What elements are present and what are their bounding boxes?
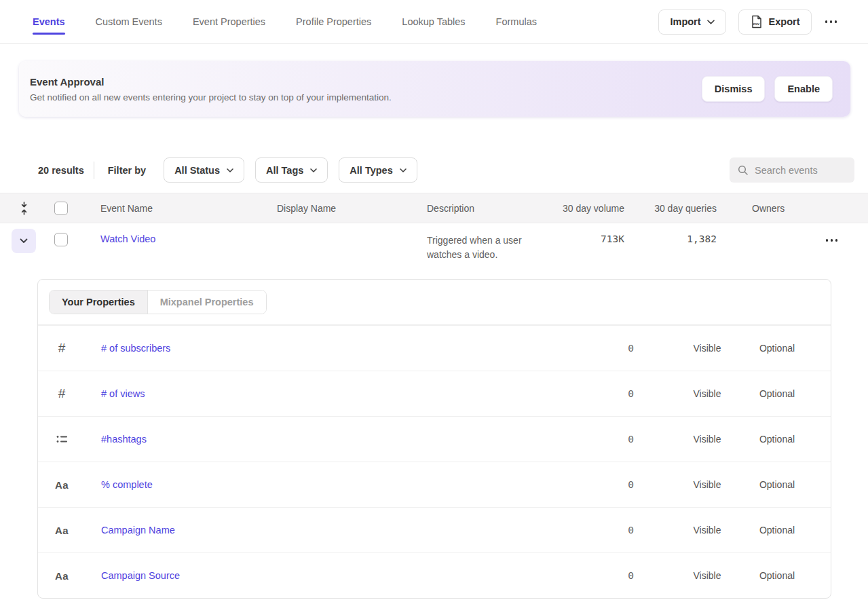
collapse-vertical-icon (19, 202, 29, 215)
column-header-volume: 30 day volume (540, 203, 628, 214)
property-name-link[interactable]: Campaign Name (101, 525, 175, 536)
property-requirement: Optional (741, 343, 813, 354)
tab-custom-events[interactable]: Custom Events (96, 0, 162, 43)
import-button[interactable]: Import (658, 10, 725, 35)
divider (94, 162, 94, 179)
event-description: Triggered when a user watches a video. (427, 233, 535, 262)
select-all-checkbox[interactable] (54, 202, 68, 215)
property-visibility: Visible (673, 525, 741, 536)
property-row: # # of subscribers 0 Visible Optional (38, 325, 831, 371)
types-filter-dropdown[interactable]: All Types (339, 157, 417, 183)
property-visibility: Visible (673, 343, 741, 354)
property-visibility: Visible (673, 388, 741, 399)
search-icon (738, 165, 749, 176)
property-row: #hashtags 0 Visible Optional (38, 416, 831, 462)
property-visibility: Visible (673, 479, 741, 490)
table-row: Watch Video Triggered when a user watche… (0, 223, 868, 279)
tags-filter-dropdown[interactable]: All Tags (255, 157, 328, 183)
chevron-down-icon (227, 168, 233, 172)
property-name-link[interactable]: Campaign Source (101, 570, 180, 581)
column-header-description: Description (411, 203, 540, 214)
property-requirement: Optional (741, 434, 813, 445)
tab-mixpanel-properties[interactable]: Mixpanel Properties (148, 290, 266, 314)
results-count: 20 results (38, 165, 84, 176)
event-owners (723, 223, 805, 233)
property-count: 0 (592, 525, 673, 536)
column-header-owners: Owners (723, 203, 805, 214)
filter-by-label: Filter by (108, 165, 146, 176)
event-volume: 713K (540, 223, 628, 244)
export-button[interactable]: csv Export (738, 10, 812, 35)
status-filter-dropdown[interactable]: All Status (164, 157, 244, 183)
property-visibility: Visible (673, 434, 741, 445)
text-icon: Aa (55, 570, 69, 582)
banner-description: Get notified on all new events entering … (30, 92, 392, 102)
property-requirement: Optional (741, 525, 813, 536)
property-count: 0 (592, 479, 673, 490)
enable-button[interactable]: Enable (774, 76, 833, 102)
property-name-link[interactable]: % complete (101, 479, 153, 490)
property-row: Aa % complete 0 Visible Optional (38, 462, 831, 507)
hash-icon: # (58, 386, 66, 401)
chevron-down-icon (20, 238, 28, 244)
property-name-link[interactable]: # of subscribers (101, 343, 170, 354)
hash-icon: # (58, 341, 66, 356)
property-requirement: Optional (741, 570, 813, 581)
tab-lookup-tables[interactable]: Lookup Tables (402, 0, 465, 43)
property-name-link[interactable]: # of views (101, 388, 145, 399)
ellipsis-icon (825, 20, 828, 23)
search-input[interactable] (755, 165, 848, 176)
nav-tabs: Events Custom Events Event Properties Pr… (33, 0, 537, 43)
column-header-queries: 30 day queries (628, 203, 723, 214)
property-row: Aa Campaign Name 0 Visible Optional (38, 507, 831, 552)
collapse-all-button[interactable] (0, 202, 48, 215)
text-icon: Aa (55, 479, 69, 491)
row-checkbox[interactable] (54, 233, 68, 246)
tab-your-properties[interactable]: Your Properties (50, 290, 148, 314)
export-button-label: Export (769, 16, 800, 27)
event-properties-panel: Your Properties Mixpanel Properties # # … (37, 279, 831, 599)
events-table-header: Event Name Display Name Description 30 d… (0, 193, 868, 223)
property-row: # # of views 0 Visible Optional (38, 371, 831, 416)
row-expand-button[interactable] (12, 229, 36, 253)
dismiss-button[interactable]: Dismiss (702, 76, 766, 102)
event-approval-banner: Event Approval Get notified on all new e… (19, 61, 850, 117)
property-count: 0 (592, 570, 673, 581)
property-count: 0 (592, 434, 673, 445)
chevron-down-icon (707, 20, 715, 24)
chevron-down-icon (400, 168, 407, 172)
property-visibility: Visible (673, 570, 741, 581)
svg-text:csv: csv (753, 22, 760, 26)
chevron-down-icon (310, 168, 317, 172)
column-header-event-name: Event Name (75, 203, 261, 214)
property-row: Aa Campaign Source 0 Visible Optional (38, 552, 831, 598)
search-box (730, 157, 854, 183)
property-name-link[interactable]: #hashtags (101, 434, 147, 445)
nav-more-actions-button[interactable] (824, 16, 839, 27)
event-queries: 1,382 (628, 223, 723, 244)
import-button-label: Import (670, 16, 700, 27)
properties-tabbar: Your Properties Mixpanel Properties (38, 280, 831, 325)
banner-text: Event Approval Get notified on all new e… (30, 76, 392, 102)
ellipsis-icon (826, 239, 829, 242)
csv-file-icon: csv (750, 15, 763, 29)
text-icon: Aa (55, 525, 69, 536)
event-name-link[interactable]: Watch Video (100, 233, 155, 244)
top-navigation: Events Custom Events Event Properties Pr… (0, 0, 868, 44)
property-requirement: Optional (741, 388, 813, 399)
tab-profile-properties[interactable]: Profile Properties (296, 0, 371, 43)
tab-formulas[interactable]: Formulas (496, 0, 537, 43)
column-header-display-name: Display Name (261, 203, 411, 214)
tab-event-properties[interactable]: Event Properties (193, 0, 265, 43)
list-icon (56, 434, 68, 444)
filter-bar: 20 results Filter by All Status All Tags… (38, 157, 854, 183)
property-count: 0 (592, 343, 673, 354)
tab-events[interactable]: Events (33, 0, 65, 43)
banner-title: Event Approval (30, 76, 392, 88)
event-display-name (261, 223, 411, 233)
property-requirement: Optional (741, 479, 813, 490)
row-more-actions-button[interactable] (825, 235, 839, 246)
property-count: 0 (592, 388, 673, 399)
